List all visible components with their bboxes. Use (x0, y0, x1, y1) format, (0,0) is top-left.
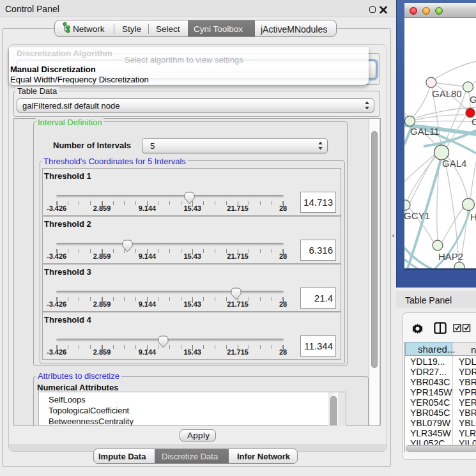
svg-text:GCY1: GCY1 (404, 210, 430, 221)
svg-text:H: H (470, 211, 476, 222)
svg-text:GAL80: GAL80 (432, 88, 462, 99)
svg-text:GAL11: GAL11 (410, 126, 440, 137)
svg-text:C: C (472, 116, 476, 127)
svg-text:HAP2: HAP2 (438, 251, 463, 262)
svg-text:GA: GA (470, 94, 476, 105)
svg-text:GAL4: GAL4 (442, 158, 466, 169)
